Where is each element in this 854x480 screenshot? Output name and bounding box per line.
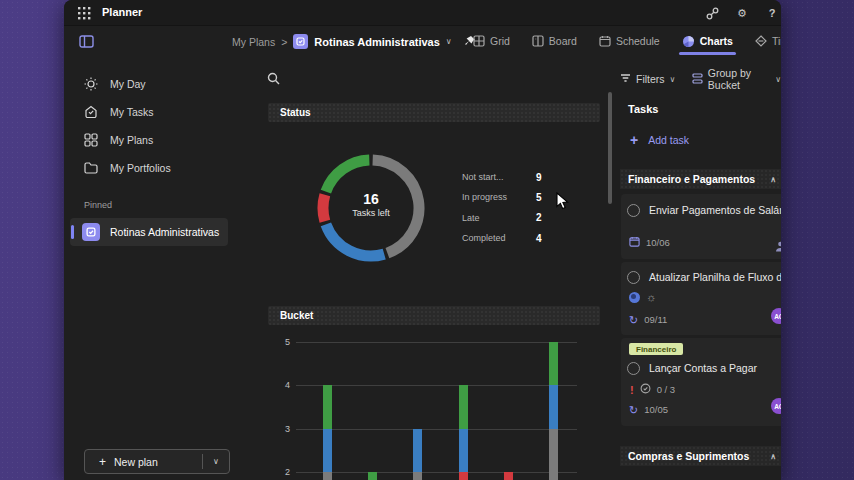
group-by-chevron-icon[interactable]: ∨ xyxy=(775,75,781,84)
sidebar-item-rotinas-administrativas[interactable]: Rotinas Administrativas ⋯ xyxy=(70,218,228,246)
task-checkbox[interactable] xyxy=(627,271,640,284)
app-launcher-icon[interactable] xyxy=(76,5,92,21)
bar-segment-late xyxy=(459,472,468,480)
bar-segment-late xyxy=(504,472,513,480)
legend-label: Late xyxy=(462,213,480,223)
section-header-compras-e-suprimentos[interactable]: Compras e Suprimentos ∧ xyxy=(620,446,781,466)
bar-segment-completed xyxy=(549,342,558,385)
bar-segment-not-started xyxy=(549,429,558,480)
task-card[interactable]: Atualizar Planilha de Fluxo de Caixa ☼ ↻… xyxy=(621,262,781,335)
sidebar-toggle-icon[interactable] xyxy=(78,33,94,49)
new-plan-button[interactable]: + New plan ∨ xyxy=(84,449,230,474)
legend-row: Completed4 xyxy=(462,228,582,248)
bucket-bar-chart: 5432 xyxy=(268,326,600,480)
bar-segment-in-progress xyxy=(549,385,558,428)
donut-segment-completed xyxy=(326,160,369,192)
y-axis-tick: 5 xyxy=(268,337,290,347)
plan-icon xyxy=(82,223,100,241)
assignee-person-icon[interactable] xyxy=(775,238,781,256)
label-sun-icon: ☼ xyxy=(646,291,656,303)
group-by-button[interactable]: Group by Bucket xyxy=(708,67,770,91)
plus-icon: + xyxy=(630,132,638,148)
task-checkbox[interactable] xyxy=(627,204,640,217)
bar-segment-completed xyxy=(323,385,332,428)
breadcrumb-plan-name[interactable]: Rotinas Administrativas xyxy=(314,36,440,48)
tab-schedule[interactable]: Schedule xyxy=(588,27,671,55)
plan-chevron-down-icon[interactable]: ∨ xyxy=(446,37,452,46)
plan-icon xyxy=(293,34,308,49)
task-checkbox[interactable] xyxy=(627,362,640,375)
view-tabs: Grid Board Schedule Charts xyxy=(462,27,781,55)
tab-board[interactable]: Board xyxy=(521,27,588,55)
add-task-button[interactable]: + Add task xyxy=(630,132,689,148)
task-title: Lançar Contas a Pagar xyxy=(649,362,757,374)
bar-segment-not-started xyxy=(413,472,422,480)
sidebar-item-my-day[interactable]: My Day xyxy=(64,70,234,98)
tab-timeline[interactable]: Timeline xyxy=(744,27,781,55)
due-date: 10/06 xyxy=(646,237,670,248)
collapse-chevron-icon[interactable]: ∧ xyxy=(770,175,776,184)
task-title: Enviar Pagamentos de Salário xyxy=(649,204,781,216)
task-title: Atualizar Planilha de Fluxo de Caixa xyxy=(649,271,781,283)
sidebar-item-my-plans[interactable]: My Plans xyxy=(64,126,234,154)
calendar-icon xyxy=(629,236,640,249)
new-plan-chevron-icon[interactable]: ∨ xyxy=(203,457,229,466)
bar-segment-completed xyxy=(368,472,377,480)
help-icon[interactable]: ? xyxy=(764,5,780,21)
mouse-cursor xyxy=(556,192,570,214)
sidebar: My Day My Tasks My Plans My Portfolios P… xyxy=(64,55,234,480)
priority-important-icon: ! xyxy=(630,384,634,396)
task-card[interactable]: Enviar Pagamentos de Salário 10/06 xyxy=(621,194,781,259)
bar-segment-not-started xyxy=(323,472,332,480)
gridline xyxy=(296,342,577,343)
label-globe-icon xyxy=(629,292,640,303)
active-tab-underline xyxy=(679,52,736,55)
titlebar: Planner ⚙ ? xyxy=(64,0,781,26)
settings-gear-icon[interactable]: ⚙ xyxy=(734,5,750,21)
connections-icon[interactable] xyxy=(704,5,720,21)
legend-value: 5 xyxy=(536,192,542,203)
filters-button[interactable]: Filters xyxy=(636,73,665,85)
right-panel-toolbar: Filters ∨ Group by Bucket ∨ xyxy=(620,68,781,90)
bar-segment-completed xyxy=(459,385,468,428)
legend-label: In progress xyxy=(462,192,507,202)
section-header-financeiro-e-pagamentos[interactable]: Financeiro e Pagamentos ∧ xyxy=(620,169,781,189)
bar-segment-in-progress xyxy=(323,429,332,472)
folder-icon xyxy=(84,161,98,175)
search-icon[interactable] xyxy=(267,71,280,89)
tab-grid[interactable]: Grid xyxy=(462,27,521,55)
legend-row: Not start...9 xyxy=(462,167,582,187)
y-axis-tick: 2 xyxy=(268,467,290,477)
donut-segment-in-progress xyxy=(326,224,384,256)
assignee-avatar[interactable]: AG xyxy=(771,308,781,324)
sidebar-item-my-tasks[interactable]: My Tasks xyxy=(64,98,234,126)
pinned-section-label: Pinned xyxy=(64,182,234,218)
legend-value: 4 xyxy=(536,233,542,244)
donut-center-label: 16 Tasks left xyxy=(316,191,426,218)
task-card[interactable]: Financeiro Lançar Contas a Pagar ! 0 / 3… xyxy=(621,338,781,426)
legend-label: Not start... xyxy=(462,172,504,182)
breadcrumb-my-plans[interactable]: My Plans xyxy=(232,36,275,48)
plans-grid-icon xyxy=(84,133,98,147)
tab-charts[interactable]: Charts xyxy=(671,27,744,55)
status-section-header[interactable]: Status xyxy=(268,103,600,122)
collapse-chevron-icon[interactable]: ∧ xyxy=(770,452,776,461)
label-chip-financeiro: Financeiro xyxy=(629,343,683,355)
bar-segment-in-progress xyxy=(459,429,468,472)
filters-chevron-icon[interactable]: ∨ xyxy=(670,75,676,84)
y-axis-tick: 4 xyxy=(268,380,290,390)
gridline xyxy=(296,429,577,430)
gridline xyxy=(296,472,577,473)
main-scrollbar-thumb[interactable] xyxy=(608,92,612,204)
tasks-header: Tasks xyxy=(628,103,658,115)
sun-icon xyxy=(84,77,98,91)
plan-more-button[interactable]: ⋯ xyxy=(206,226,218,239)
status-donut-chart: 16 Tasks left xyxy=(316,153,426,263)
y-axis-tick: 3 xyxy=(268,424,290,434)
checklist-icon xyxy=(640,383,651,396)
bucket-section-header[interactable]: Bucket xyxy=(268,306,600,325)
planner-window: Planner ⚙ ? My Plans > Rotinas Administr… xyxy=(64,0,781,480)
group-by-icon xyxy=(692,73,703,86)
assignee-avatar[interactable]: AG xyxy=(771,398,781,414)
sidebar-item-my-portfolios[interactable]: My Portfolios xyxy=(64,154,234,182)
